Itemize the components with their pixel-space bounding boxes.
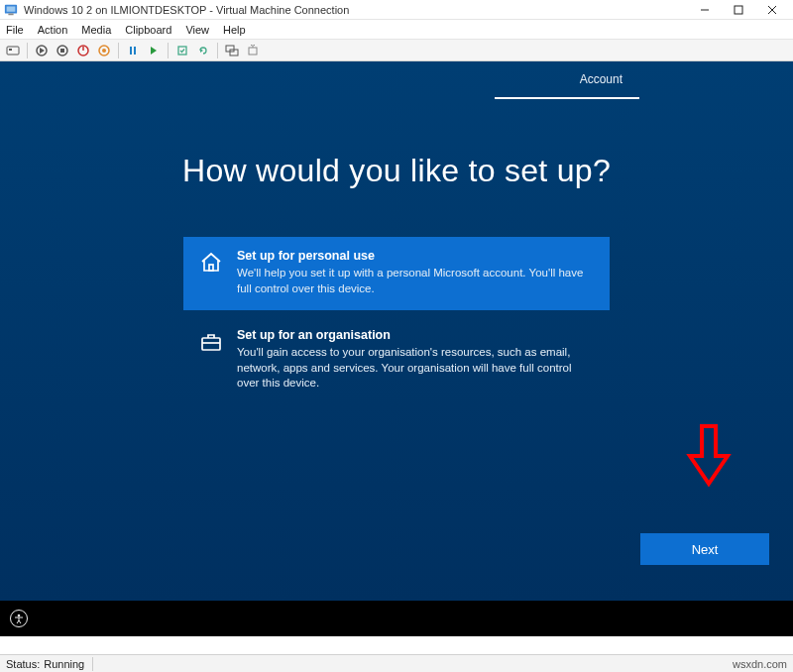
svg-point-28	[18, 615, 21, 617]
svg-rect-4	[735, 6, 742, 14]
start-icon[interactable]	[33, 42, 51, 59]
window-title-bar: Windows 10 2 on ILMIONTDESKTOP - Virtual…	[0, 0, 793, 20]
oobe-screen: Account How would you like to set up? Se…	[0, 61, 793, 601]
option-personal-text: Set up for personal use We'll help you s…	[237, 249, 594, 296]
option-personal-desc: We'll help you set it up with a personal…	[237, 266, 594, 296]
status-label: Status:	[6, 658, 40, 670]
share-icon[interactable]	[244, 42, 262, 59]
svg-marker-10	[40, 48, 45, 54]
menu-help[interactable]: Help	[223, 24, 246, 36]
option-org-title: Set up for an organisation	[237, 328, 594, 342]
maximize-button[interactable]	[722, 0, 755, 20]
oobe-tabs: Account	[0, 61, 793, 97]
checkpoint-icon[interactable]	[173, 42, 191, 59]
enhanced-session-icon[interactable]	[223, 42, 241, 59]
toolbar	[0, 40, 793, 61]
svg-point-16	[102, 49, 106, 53]
tab-account[interactable]: Account	[568, 61, 634, 97]
option-organisation[interactable]: Set up for an organisation You'll gain a…	[183, 316, 610, 405]
status-bar: Status: Running wsxdn.com	[0, 654, 793, 672]
pause-icon[interactable]	[124, 42, 142, 59]
tab-underline	[495, 97, 639, 99]
option-org-desc: You'll gain access to your organisation'…	[237, 345, 594, 392]
home-icon	[199, 251, 223, 275]
close-button[interactable]	[755, 0, 789, 20]
accessibility-icon[interactable]	[10, 610, 28, 627]
svg-rect-17	[130, 47, 132, 55]
svg-rect-2	[8, 13, 13, 15]
save-icon[interactable]	[95, 42, 113, 59]
svg-rect-1	[7, 6, 16, 11]
watermark: wsxdn.com	[733, 658, 787, 670]
stop-icon[interactable]	[54, 42, 71, 59]
svg-rect-7	[7, 47, 19, 55]
window-controls	[688, 0, 789, 20]
ctrl-alt-del-icon[interactable]	[4, 42, 22, 59]
toolbar-separator	[168, 43, 169, 58]
menu-file[interactable]: File	[6, 24, 24, 36]
svg-rect-24	[249, 48, 257, 55]
minimize-button[interactable]	[688, 0, 722, 20]
oobe-footer	[0, 601, 793, 636]
svg-rect-8	[9, 49, 12, 51]
svg-marker-21	[200, 49, 203, 53]
menu-action[interactable]: Action	[38, 24, 68, 36]
option-org-text: Set up for an organisation You'll gain a…	[237, 328, 594, 392]
app-icon	[4, 3, 18, 17]
briefcase-icon	[199, 330, 223, 354]
status-value: Running	[44, 658, 84, 670]
annotation-arrow-icon	[684, 422, 734, 492]
svg-rect-12	[60, 49, 64, 53]
menu-media[interactable]: Media	[81, 24, 111, 36]
menu-view[interactable]: View	[185, 24, 209, 36]
option-personal-title: Set up for personal use	[237, 249, 594, 263]
window-title: Windows 10 2 on ILMIONTDESKTOP - Virtual…	[24, 4, 688, 16]
toolbar-separator	[217, 43, 218, 58]
svg-marker-19	[151, 47, 157, 55]
vm-display: Account How would you like to set up? Se…	[0, 61, 793, 636]
option-personal[interactable]: Set up for personal use We'll help you s…	[183, 237, 610, 310]
svg-rect-25	[209, 265, 213, 271]
svg-rect-26	[202, 338, 220, 350]
revert-icon[interactable]	[194, 42, 212, 59]
shutdown-icon[interactable]	[74, 42, 92, 59]
svg-rect-18	[134, 47, 136, 55]
menu-bar: File Action Media Clipboard View Help	[0, 20, 793, 40]
page-headline: How would you like to set up?	[0, 153, 793, 189]
toolbar-separator	[27, 43, 28, 58]
menu-clipboard[interactable]: Clipboard	[125, 24, 171, 36]
setup-options: Set up for personal use We'll help you s…	[183, 237, 610, 405]
toolbar-separator	[118, 43, 119, 58]
status-separator	[92, 657, 93, 671]
next-button[interactable]: Next	[640, 533, 769, 565]
reset-icon[interactable]	[145, 42, 163, 59]
